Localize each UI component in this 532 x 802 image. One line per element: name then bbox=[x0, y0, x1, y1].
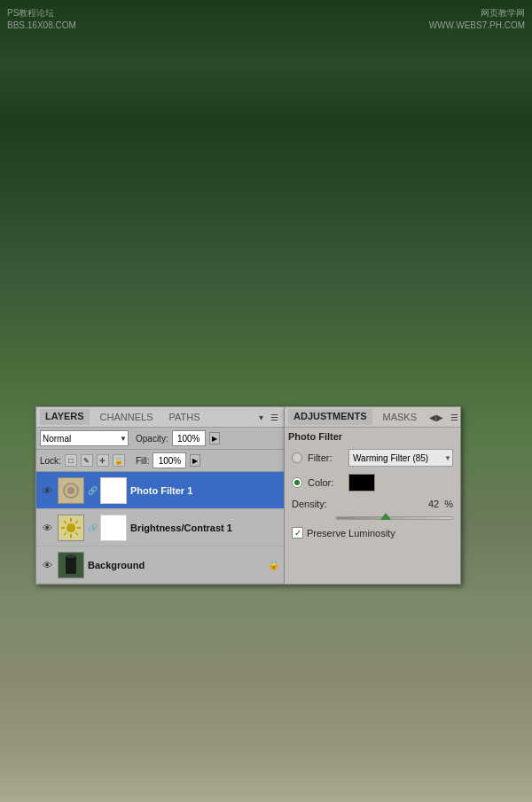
lock-fill-row: Lock: □ ✎ ✛ 🔒 Fill: ▶ bbox=[36, 450, 284, 472]
density-value: 42 bbox=[418, 499, 439, 509]
panels-container: LAYERS CHANNELS PATHS ▾ ☰ Normal ▼ Opaci… bbox=[35, 406, 461, 585]
watermark-top-left: PS教程论坛 BBS.16X08.COM bbox=[7, 7, 76, 32]
density-slider-row bbox=[292, 516, 453, 520]
layers-panel-collapse[interactable]: ▾ bbox=[257, 412, 265, 423]
layer-visibility-photo-filter[interactable]: 👁 bbox=[40, 484, 54, 498]
color-radio-btn[interactable] bbox=[292, 477, 302, 488]
tab-channels[interactable]: CHANNELS bbox=[95, 410, 159, 424]
svg-point-4 bbox=[66, 523, 75, 532]
adjustments-panel: ADJUSTMENTS MASKS ◀▶ ☰ Photo Filter Filt… bbox=[284, 406, 461, 585]
layer-item-background[interactable]: 👁 Background 🔒 bbox=[36, 546, 284, 584]
fill-input[interactable] bbox=[153, 452, 186, 468]
layer-thumb-photo-filter-adjust bbox=[58, 477, 84, 504]
svg-rect-14 bbox=[66, 556, 76, 574]
layers-list: 👁 🔗 Photo Filter 1 👁 bbox=[36, 472, 284, 584]
filter-select-wrapper: Warming Filter (85) ▼ bbox=[348, 449, 453, 467]
layer-thumb-brightness-adjust bbox=[58, 515, 84, 541]
filter-radio-btn[interactable] bbox=[292, 452, 302, 463]
filter-label: Filter: bbox=[308, 452, 343, 463]
layer-item-brightness-contrast[interactable]: 👁 🔗 bbox=[36, 509, 284, 546]
adjustment-body: Filter: Warming Filter (85) ▼ Color: Den… bbox=[285, 444, 460, 544]
tab-masks[interactable]: MASKS bbox=[378, 410, 423, 424]
preserve-luminosity-checkbox[interactable]: ✓ bbox=[292, 527, 303, 539]
color-swatch[interactable] bbox=[348, 474, 375, 491]
opacity-arrow-btn[interactable]: ▶ bbox=[209, 432, 220, 444]
layer-name-photo-filter: Photo Filter 1 bbox=[130, 485, 192, 496]
adj-panel-menu[interactable]: ☰ bbox=[449, 412, 460, 423]
lock-position-btn[interactable]: ✛ bbox=[97, 454, 109, 467]
adj-panel-nav[interactable]: ◀▶ bbox=[427, 412, 445, 423]
opacity-input[interactable] bbox=[172, 430, 206, 446]
color-radio-row: Color: bbox=[292, 474, 453, 491]
tab-adjustments[interactable]: ADJUSTMENTS bbox=[288, 409, 372, 425]
layer-mask-brightness bbox=[100, 515, 127, 541]
layers-panel: LAYERS CHANNELS PATHS ▾ ☰ Normal ▼ Opaci… bbox=[35, 406, 284, 585]
filter-radio-row: Filter: Warming Filter (85) ▼ bbox=[292, 449, 453, 467]
lock-image-btn[interactable]: ✎ bbox=[81, 454, 93, 467]
opacity-label: Opacity: bbox=[136, 434, 168, 444]
adj-panel-controls: ◀▶ ☰ bbox=[427, 412, 460, 423]
density-unit: % bbox=[444, 499, 453, 509]
layer-visibility-background[interactable]: 👁 bbox=[40, 558, 54, 572]
fill-label: Fill: bbox=[136, 456, 150, 466]
layer-item-photo-filter[interactable]: 👁 🔗 Photo Filter 1 bbox=[36, 472, 284, 509]
density-slider-track[interactable] bbox=[336, 516, 453, 520]
density-label: Density: bbox=[292, 499, 327, 509]
adjustments-panel-header: ADJUSTMENTS MASKS ◀▶ ☰ bbox=[285, 407, 460, 428]
filter-select[interactable]: Warming Filter (85) bbox=[348, 449, 453, 467]
blend-mode-select[interactable]: Normal bbox=[40, 430, 129, 446]
layer-thumb-background bbox=[58, 552, 84, 578]
svg-rect-15 bbox=[67, 554, 74, 558]
layer-lock-icon-background: 🔒 bbox=[268, 559, 280, 570]
density-slider-thumb[interactable] bbox=[380, 513, 391, 520]
tab-layers[interactable]: LAYERS bbox=[40, 409, 90, 425]
layer-link-icon-2: 🔗 bbox=[88, 523, 97, 532]
layer-name-background: Background bbox=[88, 560, 145, 570]
layers-panel-controls: ▾ ☰ bbox=[257, 412, 280, 423]
checkbox-check-icon: ✓ bbox=[294, 528, 301, 538]
photo-background bbox=[0, 0, 532, 802]
adjustment-title: Photo Filter bbox=[285, 428, 460, 444]
tab-paths[interactable]: PATHS bbox=[164, 410, 206, 424]
lock-label: Lock: bbox=[40, 456, 61, 466]
layer-visibility-brightness[interactable]: 👁 bbox=[40, 521, 54, 535]
color-label: Color: bbox=[308, 477, 343, 488]
density-row: Density: 42 % bbox=[292, 499, 453, 509]
layers-panel-header: LAYERS CHANNELS PATHS ▾ ☰ bbox=[36, 407, 284, 428]
layers-panel-menu[interactable]: ☰ bbox=[269, 412, 280, 423]
preserve-luminosity-label: Preserve Luminosity bbox=[307, 528, 395, 539]
preserve-luminosity-row: ✓ Preserve Luminosity bbox=[292, 527, 453, 539]
svg-point-2 bbox=[67, 487, 74, 494]
watermark-top-right: 网页教学网 WWW.WEBS7.PH.COM bbox=[429, 7, 525, 32]
lock-transparent-btn[interactable]: □ bbox=[65, 454, 77, 467]
fill-arrow-btn[interactable]: ▶ bbox=[190, 454, 200, 467]
layer-mask-photo-filter bbox=[100, 477, 127, 504]
layer-link-icon-1: 🔗 bbox=[88, 486, 97, 495]
layer-name-brightness: Brightness/Contrast 1 bbox=[130, 523, 232, 533]
lock-all-btn[interactable]: 🔒 bbox=[113, 454, 125, 467]
blend-opacity-row: Normal ▼ Opacity: ▶ bbox=[36, 428, 284, 450]
blend-mode-wrapper: Normal ▼ bbox=[40, 430, 129, 446]
